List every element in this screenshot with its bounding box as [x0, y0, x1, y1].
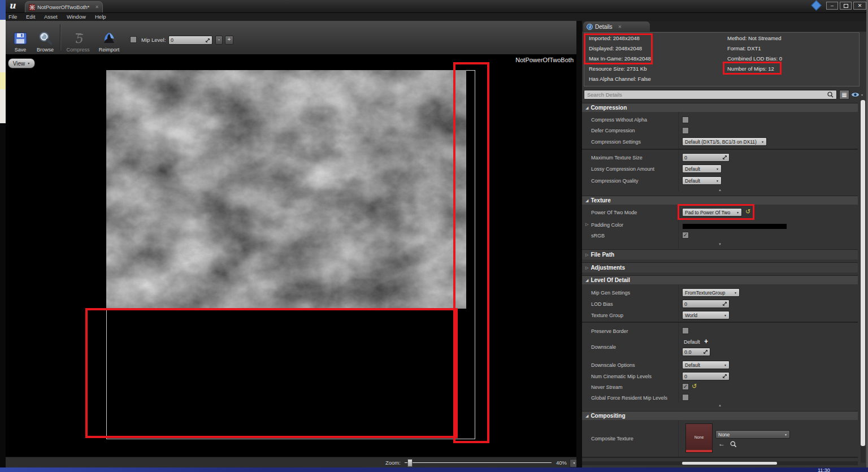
- label-srgb: sRGB: [591, 233, 605, 239]
- defer-compression-checkbox[interactable]: [682, 127, 689, 134]
- row-separator: [582, 149, 858, 150]
- menu-help[interactable]: Help: [95, 14, 106, 20]
- downscale-options-dropdown[interactable]: Default: [682, 361, 730, 369]
- reimport-button[interactable]: Reimport: [94, 23, 124, 53]
- mip-level-spinbox[interactable]: 0: [168, 36, 212, 45]
- menu-window[interactable]: Window: [67, 14, 86, 20]
- view-options-button[interactable]: [851, 90, 865, 99]
- advanced-collapse-arrow[interactable]: ▲: [582, 188, 858, 192]
- annotation-bottom-padding-box: [85, 308, 458, 438]
- menu-bar: File Edit Asset Window Help: [6, 13, 868, 21]
- mip-gen-settings-dropdown[interactable]: FromTextureGroup: [682, 288, 740, 297]
- toolbar-separator: [60, 24, 61, 50]
- section-compression[interactable]: Compression: [582, 103, 858, 112]
- lossy-compression-amount-dropdown[interactable]: Default: [682, 164, 722, 173]
- reset-to-default-icon[interactable]: ↺: [692, 383, 697, 389]
- compression-quality-dropdown[interactable]: Default: [682, 176, 722, 185]
- num-cinematic-mip-levels-spinbox[interactable]: 0: [682, 372, 730, 380]
- view-menu-button[interactable]: View: [8, 58, 35, 68]
- global-force-resident-mip-levels-checkbox[interactable]: [682, 394, 689, 401]
- asset-tab[interactable]: NotPowerOfTwoBoth* ✕: [25, 1, 103, 12]
- label-power-of-two-mode: Power Of Two Mode: [591, 210, 637, 215]
- search-details-field[interactable]: [584, 90, 837, 99]
- browse-button[interactable]: Browse: [33, 23, 58, 53]
- zoom-slider-handle[interactable]: [407, 459, 413, 467]
- save-icon: [13, 31, 28, 46]
- browse-to-asset-icon[interactable]: [730, 441, 737, 448]
- tab-close-icon[interactable]: ✕: [95, 5, 99, 10]
- label-mip-gen-settings: Mip Gen Settings: [591, 290, 630, 296]
- scrollbar-thumb[interactable]: [861, 100, 865, 446]
- stat-method: Method: Not Streamed: [727, 35, 782, 41]
- padding-color-swatch[interactable]: [682, 223, 787, 229]
- lod-bias-spinbox[interactable]: 0: [682, 300, 730, 308]
- label-compress-without-alpha: Compress Without Alpha: [591, 117, 647, 123]
- save-button[interactable]: Save: [9, 23, 32, 53]
- composite-texture-thumbnail[interactable]: None: [685, 423, 713, 453]
- reimport-icon: [102, 31, 116, 46]
- desktop-gray-2: [0, 89, 6, 123]
- details-tab[interactable]: i Details ✕: [583, 21, 650, 32]
- maximum-texture-size-spinbox[interactable]: 0: [682, 153, 730, 162]
- editor-toolbar: Save Browse 5 Compress Re: [6, 21, 576, 55]
- use-selected-asset-icon[interactable]: ←: [718, 440, 725, 448]
- close-button[interactable]: ✕: [853, 2, 866, 10]
- unreal-logo-icon: u: [9, 0, 16, 11]
- downscale-default-label: Default: [684, 339, 700, 345]
- label-padding-color: Padding Color: [591, 222, 623, 228]
- minimize-button[interactable]: –: [826, 2, 838, 10]
- add-per-platform-icon[interactable]: +: [704, 337, 708, 345]
- preserve-border-checkbox[interactable]: [682, 327, 689, 334]
- section-level-of-detail[interactable]: Level Of Detail: [582, 275, 858, 284]
- drag-arrows-icon: [205, 38, 210, 43]
- menu-edit[interactable]: Edit: [26, 14, 35, 20]
- advanced-collapse-arrow[interactable]: ▲: [582, 404, 858, 407]
- section-compositing[interactable]: Compositing: [582, 411, 858, 420]
- label-never-stream: Never Stream: [591, 384, 623, 390]
- label-composite-texture: Composite Texture: [591, 436, 633, 441]
- mip-level-increase-button[interactable]: +: [225, 36, 233, 45]
- srgb-checkbox[interactable]: [682, 232, 689, 239]
- section-adjustments[interactable]: Adjustments: [582, 262, 858, 272]
- zoom-slider-track[interactable]: [405, 462, 552, 463]
- section-texture[interactable]: Texture: [582, 196, 858, 205]
- column-divider: [678, 112, 679, 191]
- mip-level-decrease-button[interactable]: -: [215, 36, 223, 45]
- texture-preview: [106, 70, 466, 309]
- advanced-expand-arrow[interactable]: ▼: [582, 243, 858, 246]
- asset-tab-title: NotPowerOfTwoBoth*: [37, 4, 89, 10]
- label-preserve-border: Preserve Border: [591, 328, 628, 334]
- composite-texture-dropdown[interactable]: None: [715, 430, 790, 439]
- section-file-path[interactable]: File Path: [582, 249, 858, 259]
- details-horizontal-scrollbar[interactable]: [582, 461, 858, 465]
- mip-level-checkbox[interactable]: [130, 36, 137, 43]
- scrollbar-thumb[interactable]: [682, 462, 777, 465]
- compress-without-alpha-checkbox[interactable]: [682, 116, 689, 123]
- expanded-arrow-icon: [585, 198, 588, 203]
- details-panel: i Details ✕ Imported: 2048x2048 Displaye…: [582, 21, 868, 467]
- row-separator: [582, 457, 858, 458]
- texture-viewport[interactable]: View NotPowerOfTwoBoth: [6, 54, 576, 457]
- os-taskbar[interactable]: 11:30: [0, 467, 868, 472]
- menu-asset[interactable]: Asset: [44, 14, 58, 20]
- downscale-spinbox[interactable]: 0.0: [682, 348, 710, 356]
- desktop-strip: [0, 0, 6, 472]
- viewport-texture-name: NotPowerOfTwoBoth: [515, 57, 574, 63]
- display-filter-button[interactable]: ▦: [839, 90, 849, 99]
- label-lossy-compression-amount: Lossy Compression Amount: [591, 166, 654, 172]
- restore-icon: [844, 4, 848, 8]
- texture-group-dropdown[interactable]: World: [682, 311, 730, 319]
- never-stream-checkbox[interactable]: [682, 383, 689, 390]
- details-vertical-scrollbar[interactable]: [861, 100, 865, 463]
- zoom-label: Zoom:: [385, 460, 401, 466]
- compression-settings-dropdown[interactable]: Default (DXT1/5, BC1/3 on DX11): [682, 137, 767, 146]
- details-tab-close-icon[interactable]: ✕: [618, 24, 622, 29]
- search-input[interactable]: [584, 92, 827, 98]
- column-divider: [678, 284, 679, 403]
- tutorial-icon[interactable]: [811, 0, 821, 10]
- label-num-cinematic-mip-levels: Num Cinematic Mip Levels: [591, 374, 652, 379]
- menu-file[interactable]: File: [8, 14, 17, 20]
- collapsed-arrow-icon[interactable]: [585, 222, 588, 227]
- panel-divider[interactable]: [576, 21, 582, 467]
- restore-button[interactable]: [840, 2, 852, 10]
